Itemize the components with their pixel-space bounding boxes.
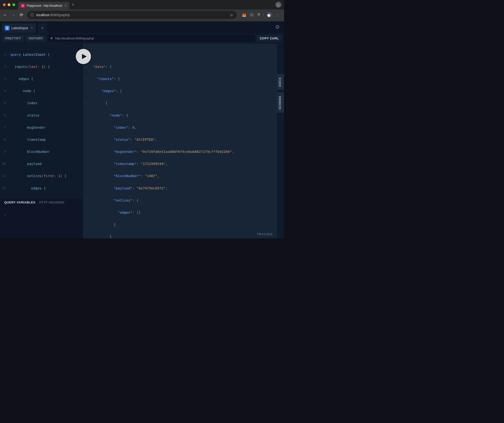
endpoint-status-dot-icon — [51, 37, 53, 39]
window-minimize-button[interactable] — [8, 3, 11, 6]
extensions-puzzle-icon[interactable]: ⧩ — [257, 13, 260, 17]
history-button[interactable]: HISTORY — [26, 35, 46, 41]
query-editor-pane: 1▾query LatestInput { 2▾ inputs(last: 1)… — [0, 44, 83, 238]
playground-toolbar: PRETTIFY HISTORY http://localhost:8080/g… — [0, 33, 284, 44]
url-port: :8080 — [49, 13, 58, 17]
url-display: localhost:8080/graphql — [36, 13, 228, 17]
bookmark-star-icon[interactable]: ☆ — [230, 13, 233, 17]
browser-toolbar: ← → ⟳ ⓘ localhost:8080/graphql ☆ 🦊 Ⓐ ⧩ ⋮ — [0, 10, 284, 21]
tracing-label[interactable]: TRACING — [257, 232, 273, 236]
playground-new-tab-button[interactable]: + — [38, 23, 47, 33]
browser-chrome: ✦ Playground - http://localhost: × + ⌄ ←… — [0, 0, 284, 21]
variables-panel-tabs: QUERY VARIABLES HTTP HEADERS — [0, 198, 83, 205]
window-maximize-button[interactable] — [12, 3, 15, 6]
window-controls — [3, 3, 15, 6]
new-tab-button[interactable]: + — [72, 2, 74, 7]
prettify-button[interactable]: PRETTIFY — [2, 35, 24, 41]
schema-tab[interactable]: SCHEMA — [277, 92, 284, 113]
reload-button[interactable]: ⟳ — [19, 12, 24, 18]
side-tabs: DOCS SCHEMA — [277, 44, 284, 238]
docs-tab[interactable]: DOCS — [277, 74, 284, 90]
copy-curl-button[interactable]: COPY CURL — [257, 35, 282, 41]
query-variables-tab[interactable]: QUERY VARIABLES — [4, 200, 35, 204]
endpoint-url: http://localhost:8080/graphql — [55, 36, 94, 40]
tab-close-icon[interactable]: × — [65, 4, 66, 8]
playground-tab-label: LatestInput — [12, 26, 28, 30]
endpoint-input[interactable]: http://localhost:8080/graphql — [48, 35, 255, 42]
browser-tab-active[interactable]: ✦ Playground - http://localhost: × — [18, 2, 69, 10]
browser-menu-icon[interactable]: ⋮ — [276, 13, 279, 17]
address-bar[interactable]: ⓘ localhost:8080/graphql ☆ — [27, 11, 237, 19]
response-viewer[interactable]: ▾{ ▾ "data": { ▾ "inputs": { ▾ "edges": … — [83, 44, 277, 238]
playground-tab-close-icon[interactable]: × — [31, 26, 33, 30]
browser-titlebar: ✦ Playground - http://localhost: × + ⌄ — [0, 0, 284, 10]
graphql-playground: Q LatestInput × + ⚙ PRETTIFY HISTORY htt… — [0, 21, 284, 238]
extension-icons: 🦊 Ⓐ ⧩ ⋮ — [240, 12, 281, 18]
tab-search-button[interactable]: ⌄ — [276, 2, 281, 8]
playground-tabbar: Q LatestInput × + ⚙ — [0, 21, 284, 33]
http-headers-tab[interactable]: HTTP HEADERS — [39, 200, 65, 204]
response-pane: ▾{ ▾ "data": { ▾ "inputs": { ▾ "edges": … — [83, 44, 277, 238]
back-button[interactable]: ← — [3, 12, 8, 18]
extension-icon[interactable]: Ⓐ — [250, 12, 254, 18]
forward-button[interactable]: → — [11, 12, 16, 18]
variables-editor[interactable]: 1 — [0, 205, 83, 238]
query-editor[interactable]: 1▾query LatestInput { 2▾ inputs(last: 1)… — [0, 44, 83, 198]
response-footer: TRACING — [166, 230, 277, 238]
playground-tab-active[interactable]: Q LatestInput × — [2, 23, 36, 33]
metamask-extension-icon[interactable]: 🦊 — [242, 13, 246, 17]
profile-avatar[interactable] — [267, 12, 272, 18]
query-badge-icon: Q — [5, 26, 10, 30]
workspace: 1▾query LatestInput { 2▾ inputs(last: 1)… — [0, 44, 284, 238]
browser-tab-title: Playground - http://localhost: — [27, 4, 63, 7]
url-host: localhost — [36, 13, 49, 17]
variables-panel: QUERY VARIABLES HTTP HEADERS 1 — [0, 198, 83, 238]
window-close-button[interactable] — [3, 3, 6, 6]
site-info-icon[interactable]: ⓘ — [30, 13, 34, 17]
settings-gear-icon[interactable]: ⚙ — [275, 24, 282, 30]
favicon-icon: ✦ — [21, 4, 25, 8]
url-path: /graphql — [58, 13, 70, 17]
play-icon — [81, 53, 87, 59]
execute-query-button[interactable] — [76, 49, 91, 64]
